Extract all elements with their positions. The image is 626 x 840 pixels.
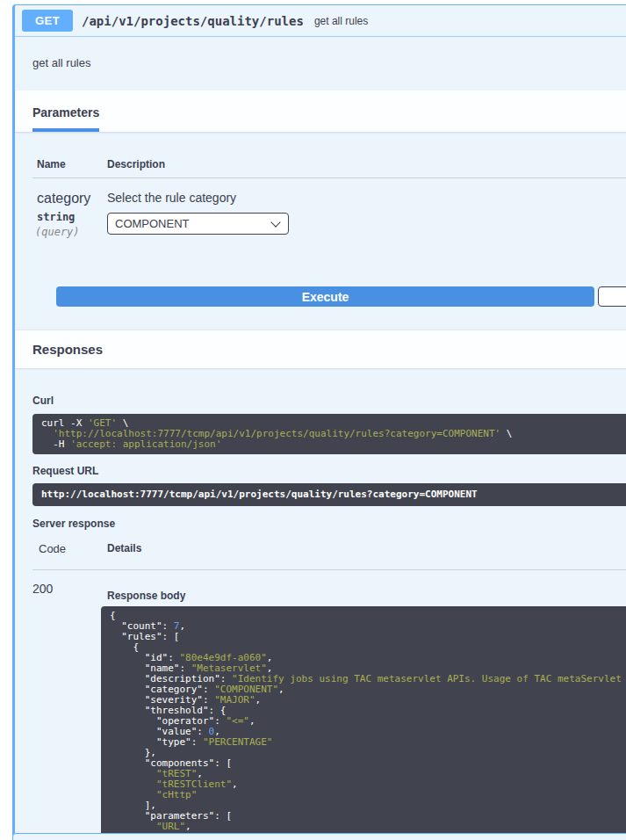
swagger-page: GET /api/v1/projects/quality/rules get a… (0, 0, 626, 840)
execute-button[interactable]: Execute (56, 286, 594, 307)
response-body-json: { "count": 7, "rules": [ { "id": "80e4e9… (101, 606, 626, 840)
execute-row: Execute (32, 286, 626, 307)
operation-summary-text: get all rules (314, 15, 368, 27)
column-header-name: Name (32, 158, 103, 178)
endpoint-path: /api/v1/projects/quality/rules (82, 14, 304, 28)
parameter-name: category (37, 191, 103, 206)
parameter-description: Select the rule category (107, 191, 626, 205)
responses-section: Curl curl -X 'GET' \ 'http://localhost:7… (15, 368, 626, 840)
column-header-description: Description (103, 158, 626, 178)
operation-description: get all rules (15, 37, 626, 91)
request-url-value: http://localhost:7777/tcmp/api/v1/projec… (32, 483, 626, 506)
status-code: 200 (32, 582, 101, 840)
responses-header: Responses (15, 329, 626, 368)
parameter-type: string (37, 211, 103, 223)
response-details-cell: Response body { "count": 7, "rules": [ {… (101, 582, 626, 840)
operation-summary[interactable]: GET /api/v1/projects/quality/rules get a… (15, 5, 626, 37)
parameter-description-cell: Select the rule category COMPONENT (103, 178, 626, 238)
http-method-badge: GET (22, 10, 73, 32)
response-body-label: Response body (107, 590, 626, 602)
curl-label: Curl (32, 395, 626, 407)
request-url-label: Request URL (32, 465, 626, 477)
category-select-wrapper: COMPONENT (107, 213, 289, 235)
category-select[interactable]: COMPONENT (107, 213, 289, 235)
response-row: 200 Response body { "count": 7, "rules":… (32, 570, 626, 840)
column-header-code: Code (32, 542, 101, 555)
parameters-section: Name Description category string (query)… (15, 132, 626, 307)
parameters-table: Name Description category string (query)… (32, 158, 626, 238)
response-table-header: Code Details (32, 542, 626, 570)
operation-block-get-rules: GET /api/v1/projects/quality/rules get a… (12, 4, 626, 840)
parameter-location: (query) (35, 226, 103, 238)
clear-button[interactable] (598, 286, 626, 307)
parameter-name-cell: category string (query) (32, 178, 103, 238)
curl-command[interactable]: curl -X 'GET' \ 'http://localhost:7777/t… (32, 414, 626, 454)
responses-title: Responses (32, 342, 103, 357)
parameters-tab-bar: Parameters (15, 91, 626, 132)
next-operation-stub[interactable] (12, 833, 626, 840)
server-response-label: Server response (32, 518, 626, 530)
column-header-details: Details (101, 542, 626, 555)
tab-parameters[interactable]: Parameters (32, 105, 99, 132)
